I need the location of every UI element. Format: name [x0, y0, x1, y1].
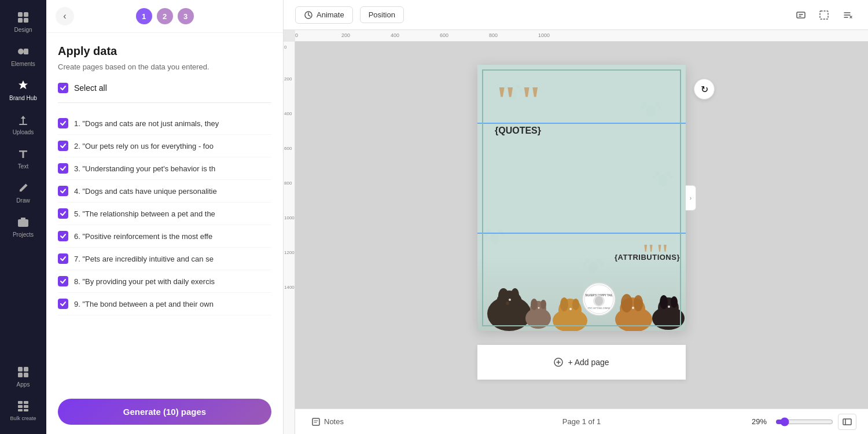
item-checkbox-9[interactable] [58, 299, 68, 309]
sidebar-item-projects[interactable]: Projects [0, 209, 46, 244]
svg-text:PET-SITTING CREW: PET-SITTING CREW [588, 307, 610, 310]
list-item[interactable]: 7. "Pets are incredibly intuitive and ca… [58, 248, 271, 270]
ruler-v-tick-1000: 1000 [284, 215, 295, 220]
svg-rect-5 [24, 49, 28, 54]
list-item[interactable]: 1. "Dogs and cats are not just animals, … [58, 112, 271, 135]
list-item[interactable]: 9. "The bond between a pet and their own [58, 293, 271, 315]
toolbar-icon-3[interactable] [838, 6, 856, 24]
svg-point-67 [595, 296, 603, 306]
dogs-container: SILVER'S HAPPY TAIL PET-SITTING CREW [477, 256, 686, 331]
generate-button[interactable]: Generate (10) pages [58, 399, 271, 425]
select-all-row[interactable]: Select all [58, 83, 271, 103]
item-text-9: 9. "The bond between a pet and their own [74, 300, 214, 308]
svg-point-50 [511, 288, 519, 302]
item-checkbox-8[interactable] [58, 276, 68, 286]
position-button[interactable]: Position [360, 6, 404, 23]
svg-rect-9 [18, 367, 23, 372]
canvas-scroll[interactable]: " " {QUOTES} " " {ATTRIBUTIONS} [295, 42, 868, 409]
sidebar-item-brand-hub-label: Brand Hub [9, 95, 37, 101]
back-button[interactable]: ‹ [56, 7, 74, 25]
page-panel-toggle[interactable] [838, 414, 856, 430]
ruler-tick-200: 200 [341, 32, 350, 38]
panel-subtitle: Create pages based on the data you enter… [58, 62, 271, 71]
sidebar-item-draw-label: Draw [16, 197, 30, 204]
svg-point-60 [560, 297, 568, 311]
svg-point-62 [569, 308, 572, 310]
list-item[interactable]: 2. "Our pets rely on us for everything -… [58, 135, 271, 157]
svg-rect-0 [18, 12, 23, 17]
hide-panel-button[interactable]: › [686, 185, 696, 211]
svg-rect-2 [18, 18, 23, 23]
sidebar-item-bulk-create-label: Bulk create [10, 415, 36, 421]
canvas-area: Animate Position [284, 0, 868, 434]
bulk-create-icon [16, 399, 30, 413]
sidebar-item-elements[interactable]: Elements [0, 39, 46, 73]
sidebar-item-apps[interactable]: Apps [0, 359, 46, 393]
sidebar-item-uploads-label: Uploads [13, 129, 34, 135]
svg-point-32 [658, 175, 667, 186]
svg-point-78 [668, 306, 670, 308]
list-item[interactable]: 3. "Understanding your pet's behavior is… [58, 157, 271, 180]
projects-icon [16, 215, 30, 229]
item-text-1: 1. "Dogs and cats are not just animals, … [74, 119, 219, 128]
list-item[interactable]: 4. "Dogs and cats have unique personalit… [58, 180, 271, 203]
svg-point-28 [643, 102, 648, 106]
sidebar-item-text[interactable]: Text [0, 141, 46, 175]
item-checkbox-3[interactable] [58, 163, 68, 174]
svg-rect-18 [24, 409, 28, 411]
panel-content: Apply data Create pages based on the dat… [46, 33, 283, 389]
svg-rect-13 [18, 401, 23, 404]
apps-icon [16, 365, 30, 379]
list-item[interactable]: 8. "By providing your pet with daily exe… [58, 270, 271, 293]
svg-rect-1 [24, 12, 28, 17]
notes-tab[interactable]: Notes [307, 415, 348, 429]
item-text-7: 7. "Pets are incredibly intuitive and ca… [74, 255, 214, 263]
canvas-document: " " {QUOTES} " " {ATTRIBUTIONS} [477, 65, 686, 331]
list-item[interactable]: 6. "Positive reinforcement is the most e… [58, 225, 271, 248]
toolbar-icons [792, 6, 856, 24]
svg-rect-80 [312, 418, 319, 425]
sidebar-item-projects-label: Projects [13, 231, 34, 238]
step-2: 2 [157, 8, 173, 24]
add-page-area[interactable]: + Add page [477, 345, 686, 380]
sidebar-item-elements-label: Elements [11, 61, 35, 67]
ruler-v-tick-200: 200 [284, 76, 292, 82]
zoom-controls: 29% [748, 414, 856, 430]
bottom-bar: Notes Page 1 of 1 29% [295, 409, 868, 434]
item-checkbox-7[interactable] [58, 253, 68, 264]
refresh-button[interactable]: ↻ [694, 79, 715, 100]
quotes-placeholder: {QUOTES} [495, 126, 541, 136]
svg-point-56 [540, 300, 546, 309]
select-all-checkbox[interactable] [58, 83, 68, 93]
sidebar-item-apps-label: Apps [17, 381, 30, 388]
toolbar-icon-1[interactable] [792, 6, 810, 24]
sidebar-item-draw[interactable]: Draw [0, 175, 46, 209]
item-text-8: 8. "By providing your pet with daily exe… [74, 277, 215, 286]
draw-icon [16, 181, 30, 195]
sidebar-item-bulk-create[interactable]: Bulk create [0, 393, 46, 427]
item-checkbox-2[interactable] [58, 141, 68, 151]
svg-rect-20 [797, 12, 805, 18]
svg-point-52 [506, 301, 509, 305]
svg-point-55 [531, 299, 538, 310]
ruler-tick-800: 800 [489, 32, 498, 38]
sidebar-item-design-label: Design [14, 27, 32, 33]
add-page-button[interactable]: + Add page [554, 358, 609, 367]
toolbar-icon-2[interactable] [815, 6, 833, 24]
ruler-tick-600: 600 [440, 32, 448, 38]
sidebar-item-uploads[interactable]: Uploads [0, 107, 46, 141]
list-item[interactable]: 5. "The relationship between a pet and t… [58, 203, 271, 225]
item-checkbox-1[interactable] [58, 118, 68, 128]
ruler-vertical: 0 200 400 600 800 1000 1200 1400 [284, 42, 295, 434]
item-checkbox-6[interactable] [58, 231, 68, 241]
zoom-slider[interactable] [775, 417, 833, 426]
item-text-3: 3. "Understanding your pet's behavior is… [74, 164, 215, 173]
item-checkbox-5[interactable] [58, 208, 68, 219]
sidebar-item-design[interactable]: Design [0, 5, 46, 39]
page-info: Page 1 of 1 [562, 417, 601, 426]
animate-button[interactable]: Animate [295, 6, 353, 24]
svg-point-76 [660, 295, 668, 309]
svg-point-61 [572, 299, 579, 310]
item-checkbox-4[interactable] [58, 186, 68, 196]
sidebar-item-brand-hub[interactable]: Brand Hub [0, 73, 46, 107]
